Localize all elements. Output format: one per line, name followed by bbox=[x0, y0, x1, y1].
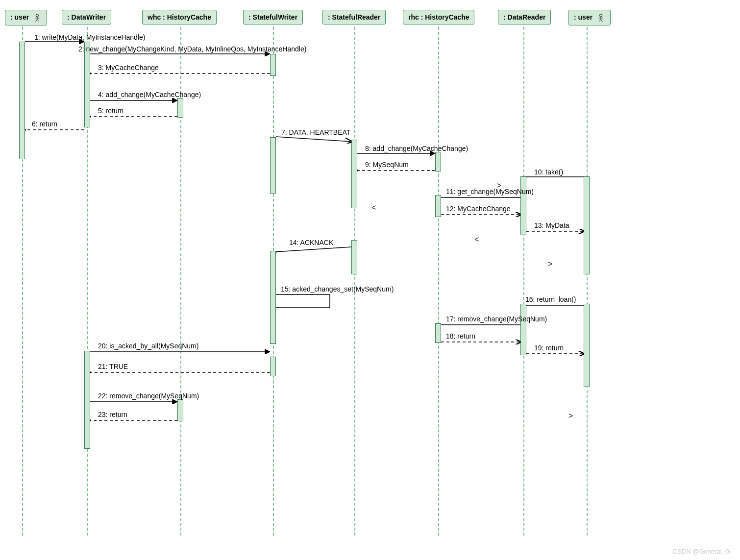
lifeline-user2 bbox=[587, 27, 588, 536]
activation bbox=[584, 304, 590, 387]
activation bbox=[520, 176, 526, 235]
msg-1-arrow bbox=[25, 39, 84, 44]
participant-label: : StatefulWriter bbox=[248, 13, 297, 21]
msg-15-arrow bbox=[276, 293, 335, 313]
msg-22-arrow bbox=[90, 399, 177, 404]
participant-user1: : user bbox=[5, 10, 47, 25]
msg-9-arrow bbox=[357, 168, 435, 173]
msg-19-arrow bbox=[526, 351, 584, 356]
activation bbox=[19, 42, 25, 159]
lifeline-rhc bbox=[438, 27, 439, 536]
activation bbox=[270, 54, 276, 76]
msg-6-arrow bbox=[25, 127, 84, 132]
msg-17-arrow bbox=[441, 322, 520, 327]
glyph: > bbox=[548, 260, 556, 268]
svg-point-1 bbox=[599, 14, 602, 17]
participant-label: rhc : HistoryCache bbox=[408, 13, 469, 21]
activation bbox=[584, 176, 590, 274]
activation bbox=[270, 251, 276, 344]
participant-statefulwriter: : StatefulWriter bbox=[243, 10, 303, 24]
msg-21-label: 21: TRUE bbox=[98, 363, 128, 370]
activation bbox=[177, 399, 183, 421]
participant-datawriter: : DataWriter bbox=[62, 10, 111, 24]
participant-label: : user bbox=[574, 13, 592, 21]
activation bbox=[435, 195, 441, 217]
activation bbox=[270, 357, 276, 376]
msg-7-arrow bbox=[276, 135, 351, 144]
activation bbox=[435, 152, 441, 171]
svg-line-15 bbox=[276, 247, 351, 252]
msg-16-label: 16: return_loan() bbox=[525, 295, 576, 303]
lifeline-datareader bbox=[523, 27, 524, 536]
msg-23-arrow bbox=[90, 418, 177, 423]
msg-9-label: 9: MySeqNum bbox=[365, 161, 409, 169]
msg-13-label: 13: MyData bbox=[534, 221, 569, 229]
msg-10-arrow bbox=[526, 174, 584, 179]
activation bbox=[270, 137, 276, 194]
participant-whc: whc : HistoryCache bbox=[142, 10, 217, 24]
participant-label: whc : HistoryCache bbox=[148, 13, 211, 21]
svg-point-0 bbox=[36, 14, 38, 17]
activation bbox=[84, 42, 90, 127]
participant-label: : DataWriter bbox=[67, 13, 106, 21]
participant-statefulreader: : StatefulReader bbox=[322, 10, 386, 24]
msg-16-arrow bbox=[526, 303, 584, 308]
glyph: > bbox=[497, 181, 505, 189]
msg-11-arrow bbox=[441, 195, 520, 200]
msg-18-arrow bbox=[441, 340, 520, 344]
msg-18-label: 18: return bbox=[446, 332, 475, 340]
participant-label: : DataReader bbox=[503, 13, 545, 21]
msg-12-label: 12: MyCacheChange bbox=[446, 205, 511, 213]
participant-rhc: rhc : HistoryCache bbox=[403, 10, 474, 24]
msg-22-label: 22: remove_change(MySeqNum) bbox=[98, 392, 199, 400]
msg-5-label: 5: return bbox=[98, 107, 123, 115]
activation bbox=[84, 351, 90, 449]
msg-3-label: 3: MyCacheChange bbox=[98, 64, 159, 72]
msg-17-label: 17: remove_change(MySeqNum) bbox=[446, 315, 547, 323]
msg-8-arrow bbox=[357, 151, 435, 156]
activation bbox=[520, 304, 526, 355]
msg-21-arrow bbox=[90, 370, 270, 375]
msg-23-label: 23: return bbox=[98, 411, 127, 418]
msg-13-arrow bbox=[526, 229, 584, 234]
glyph: < bbox=[474, 235, 482, 243]
lifeline-statefulreader bbox=[354, 27, 355, 536]
msg-4-arrow bbox=[90, 98, 177, 103]
participant-label: : StatefulReader bbox=[328, 13, 380, 21]
msg-20-label: 20: is_acked_by_all(MySeqNum) bbox=[98, 342, 198, 350]
activation bbox=[351, 240, 357, 274]
msg-2-arrow bbox=[90, 51, 270, 56]
activation bbox=[351, 140, 357, 208]
watermark: CSDN @General_G bbox=[673, 548, 730, 555]
msg-14-arrow bbox=[276, 245, 351, 254]
participant-user2: : user bbox=[568, 10, 611, 25]
msg-20-arrow bbox=[90, 349, 270, 354]
msg-12-arrow bbox=[441, 212, 520, 217]
msg-15-label: 15: acked_changes_set(MySeqNum) bbox=[281, 285, 394, 293]
msg-5-arrow bbox=[90, 114, 177, 119]
msg-19-label: 19: return bbox=[534, 344, 564, 352]
sequence-diagram: : user : DataWriter whc : HistoryCache :… bbox=[0, 0, 740, 560]
msg-3-arrow bbox=[90, 71, 270, 76]
msg-4-label: 4: add_change(MyCacheChange) bbox=[98, 91, 201, 98]
activation bbox=[435, 323, 441, 343]
activation bbox=[177, 98, 183, 118]
actor-icon bbox=[33, 13, 42, 22]
participant-label: : user bbox=[10, 13, 29, 21]
svg-line-8 bbox=[276, 137, 351, 142]
msg-11-label: 11: get_change(MySeqNum) bbox=[446, 188, 534, 195]
msg-6-label: 6: return bbox=[32, 120, 57, 128]
glyph: > bbox=[568, 412, 576, 419]
participant-datareader: : DataReader bbox=[498, 10, 551, 24]
actor-icon bbox=[596, 13, 605, 22]
glyph: < bbox=[371, 203, 379, 211]
